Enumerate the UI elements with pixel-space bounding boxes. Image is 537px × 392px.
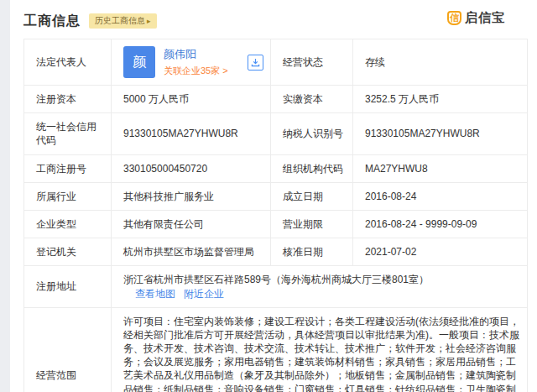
table-row: 法定代表人 颜 颜伟阳 关联企业35家 > (24, 39, 528, 86)
business-scope-value: 许可项目：住宅室内装饰装修；建设工程设计；各类工程建设活动(依法须经批准的项目，… (112, 307, 528, 392)
field-label: 核准日期 (271, 238, 353, 266)
caret-right-icon: ▸ (147, 14, 151, 28)
field-label: 工商注册号 (24, 154, 112, 182)
table-row: 工商注册号 330105000450720 组织机构代码 MA27YHWU8 (24, 154, 528, 182)
field-label: 组织机构代码 (271, 154, 353, 182)
field-value: 其他科技推广服务业 (112, 182, 271, 210)
field-value: 91330105MA27YHWU8R (353, 113, 528, 154)
field-value: 2021-07-02 (353, 238, 528, 266)
status-label: 经营状态 (271, 39, 353, 86)
page-title: 工商信息 (23, 13, 81, 30)
history-info-badge-label: 历史工商信息 (95, 14, 145, 28)
field-value: 2016-08-24 - 9999-09-09 (353, 210, 528, 238)
avatar[interactable]: 颜 (123, 46, 155, 78)
table-row: 统一社会信用代码 91330105MA27YHWU8R 纳税人识别号 91330… (24, 113, 528, 154)
brand-shield-icon: 信 (447, 11, 461, 25)
table-row: 所属行业 其他科技推广服务业 成立日期 2016-08-24 (24, 182, 528, 210)
section-header: 工商信息 历史工商信息 ▸ 信 启信宝 (23, 10, 537, 32)
download-button[interactable] (248, 55, 263, 71)
field-label: 企业类型 (24, 210, 112, 238)
address-label: 注册地址 (24, 266, 112, 307)
legal-rep-cell: 颜 颜伟阳 关联企业35家 > (112, 39, 271, 86)
table-row-address: 注册地址 浙江省杭州市拱墅区石祥路589号（海外海杭州商城大厅三楼801室）查看… (24, 266, 528, 307)
field-label: 注册资本 (24, 86, 112, 113)
business-info-table: 法定代表人 颜 颜伟阳 关联企业35家 > (23, 39, 528, 392)
history-info-badge[interactable]: 历史工商信息 ▸ (89, 13, 157, 29)
field-label: 营业期限 (271, 210, 353, 238)
address-value: 浙江省杭州市拱墅区石祥路589号（海外海杭州商城大厅三楼801室） (123, 274, 429, 285)
table-row: 企业类型 其他有限责任公司 营业期限 2016-08-24 - 9999-09-… (24, 210, 528, 238)
field-label: 成立日期 (271, 182, 353, 210)
nearby-companies-link[interactable]: 附近企业 (184, 288, 224, 300)
related-companies-link[interactable]: 关联企业35家 > (164, 65, 228, 77)
field-value: 5000 万人民币 (112, 86, 271, 113)
field-value: 3252.5 万人民币 (353, 86, 528, 113)
brand-name: 启信宝 (465, 10, 505, 26)
field-label: 统一社会信用代码 (24, 113, 112, 154)
table-row: 注册资本 5000 万人民币 实缴资本 3252.5 万人民币 (24, 86, 528, 113)
table-row-scope: 经营范围 许可项目：住宅室内装饰装修；建设工程设计；各类工程建设活动(依法须经批… (24, 307, 528, 392)
legal-rep-label: 法定代表人 (24, 39, 112, 86)
field-value: 330105000450720 (112, 154, 271, 182)
address-cell: 浙江省杭州市拱墅区石祥路589号（海外海杭州商城大厅三楼801室）查看地图附近企… (112, 266, 528, 307)
business-scope-label: 经营范围 (24, 307, 112, 392)
legal-rep-name-link[interactable]: 颜伟阳 (164, 47, 228, 62)
status-value: 存续 (353, 39, 528, 86)
field-label: 所属行业 (24, 182, 112, 210)
qixinbao-logo[interactable]: 信 启信宝 (447, 10, 505, 26)
field-value: 2016-08-24 (353, 182, 528, 210)
business-info-card: 工商信息 历史工商信息 ▸ 信 启信宝 法定代表人 颜 颜伟阳 关联企业35家 … (10, 0, 537, 392)
download-icon (251, 58, 260, 67)
field-label: 纳税人识别号 (271, 113, 353, 154)
table-row: 登记机关 杭州市拱墅区市场监督管理局 核准日期 2021-07-02 (24, 238, 528, 266)
field-label: 实缴资本 (271, 86, 353, 113)
field-label: 登记机关 (24, 238, 112, 266)
field-value: 其他有限责任公司 (112, 210, 271, 238)
field-value: MA27YHWU8 (353, 154, 528, 182)
field-value: 杭州市拱墅区市场监督管理局 (112, 238, 271, 266)
view-map-link[interactable]: 查看地图 (135, 288, 175, 300)
field-value: 91330105MA27YHWU8R (112, 113, 271, 154)
